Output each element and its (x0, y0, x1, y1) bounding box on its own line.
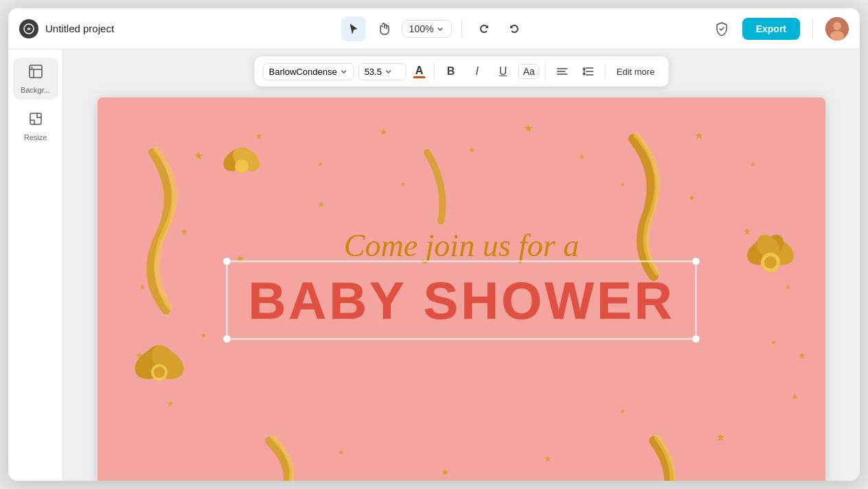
text-color-letter: A (415, 65, 424, 76)
handle-top-right (692, 258, 700, 266)
text-color-button[interactable]: A (411, 64, 429, 80)
svg-rect-6 (30, 113, 41, 124)
avatar[interactable] (825, 17, 849, 41)
canvas-text-wrapper[interactable]: BABY SHOWER (226, 261, 696, 340)
canvas-text-headline: Come join us for a (344, 227, 579, 264)
export-button[interactable]: Export (742, 18, 800, 40)
handle-top-left (222, 258, 231, 266)
canvas-wrapper: ★ ★ ★ ★ ★ ★ ★ ★ ★ ★ ★ ★ ★ (63, 49, 860, 481)
top-bar: Untitled project 100% (8, 8, 860, 49)
toolbar-divider-1 (434, 63, 435, 80)
italic-button[interactable]: I (466, 60, 488, 82)
right-controls: Export (527, 16, 849, 41)
toolbar-divider-2 (545, 63, 546, 80)
font-case-button[interactable]: Aa (518, 64, 540, 79)
logo-icon (19, 19, 38, 38)
canvas-text-main: BABY SHOWER (248, 271, 674, 330)
font-family-value: BarlowCondense (269, 67, 337, 77)
divider (461, 19, 462, 38)
text-color-bar (413, 76, 426, 78)
divider-right (812, 19, 813, 38)
font-family-selector[interactable]: BarlowCondense (263, 63, 354, 80)
underline-button[interactable]: U (492, 60, 514, 82)
sidebar-item-resize[interactable]: Resize (13, 105, 58, 147)
edit-more-button[interactable]: Edit more (611, 64, 661, 80)
undo-button[interactable] (472, 16, 496, 41)
logo-area: Untitled project (19, 19, 341, 38)
text-toolbar: BarlowCondense 53.5 A B I U Aa (255, 56, 669, 87)
background-icon (27, 63, 44, 83)
resize-icon (27, 111, 44, 130)
handle-bottom-left (222, 335, 231, 343)
canvas-area: BarlowCondense 53.5 A B I U Aa (63, 49, 860, 481)
font-size-value: 53.5 (365, 67, 382, 77)
svg-rect-5 (31, 67, 33, 69)
redo-button[interactable] (502, 16, 527, 41)
align-button[interactable] (551, 60, 573, 82)
font-size-selector[interactable]: 53.5 (358, 63, 407, 80)
app-window: Untitled project 100% (8, 8, 860, 481)
svg-point-3 (830, 31, 844, 41)
toolbar-divider-3 (605, 63, 606, 80)
project-title: Untitled project (45, 23, 114, 34)
center-controls: 100% (341, 16, 527, 41)
main-area: Backgr... Resize BarlowCondense (8, 49, 860, 481)
shield-button[interactable] (709, 16, 734, 41)
hand-tool-button[interactable] (372, 16, 396, 41)
pointer-tool-button[interactable] (341, 16, 366, 41)
line-height-button[interactable] (578, 60, 599, 82)
handle-bottom-right (692, 335, 700, 343)
sidebar-item-background-label: Backgr... (21, 86, 50, 94)
canvas[interactable]: ★ ★ ★ ★ ★ ★ ★ ★ ★ ★ ★ ★ ★ (98, 98, 825, 481)
bold-button[interactable]: B (440, 60, 462, 82)
svg-point-2 (833, 22, 841, 30)
zoom-level: 100% (409, 23, 434, 34)
sidebar-item-background[interactable]: Backgr... (13, 58, 58, 100)
sidebar-item-resize-label: Resize (24, 133, 47, 141)
sidebar: Backgr... Resize (8, 49, 63, 481)
zoom-control[interactable]: 100% (402, 20, 453, 38)
